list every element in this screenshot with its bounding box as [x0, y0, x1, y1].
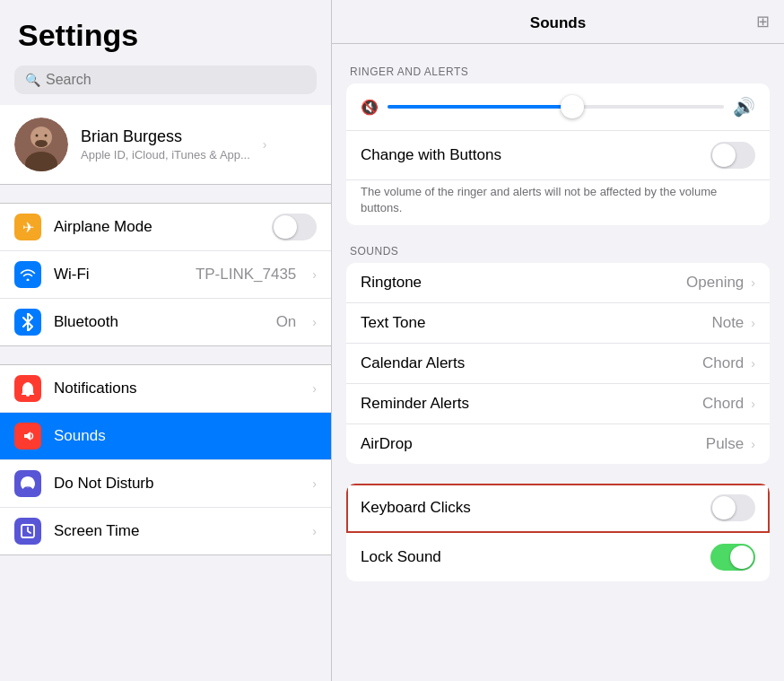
- profile-chevron: ›: [263, 137, 267, 152]
- calendar-alerts-value: Chord: [702, 354, 744, 372]
- ringer-card: 🔇 🔊 Change with Buttons The volume of th…: [346, 83, 770, 225]
- ringtone-chevron: ›: [751, 275, 755, 290]
- sidebar-item-screen-time[interactable]: Screen Time ›: [0, 508, 331, 554]
- ringtone-label: Ringtone: [361, 274, 679, 292]
- notifications-icon: [14, 375, 41, 402]
- airplane-toggle[interactable]: [272, 214, 317, 240]
- screen-time-chevron: ›: [312, 524, 317, 538]
- lock-sound-label: Lock Sound: [361, 548, 703, 566]
- do-not-disturb-icon: [14, 470, 41, 497]
- wifi-value: TP-LINK_7435: [196, 266, 296, 284]
- keyboard-clicks-row: Keyboard Clicks: [346, 484, 770, 533]
- sounds-icon: [14, 423, 41, 450]
- right-panel: Sounds ⊞ RINGER AND ALERTS 🔇 🔊 Change wi…: [332, 0, 784, 681]
- profile-name: Brian Burgess: [81, 127, 250, 146]
- airdrop-value: Pulse: [706, 435, 745, 453]
- sidebar-item-notifications[interactable]: Notifications ›: [0, 365, 331, 413]
- reminder-alerts-value: Chord: [702, 395, 744, 413]
- text-tone-value: Note: [711, 314, 744, 332]
- keyboard-clicks-label: Keyboard Clicks: [361, 499, 703, 517]
- sidebar-item-airplane-mode[interactable]: ✈ Airplane Mode: [0, 204, 331, 251]
- right-header: Sounds ⊞: [332, 0, 784, 44]
- dnd-chevron: ›: [312, 476, 317, 491]
- sidebar-item-label: Screen Time: [54, 522, 300, 540]
- bluetooth-icon: [14, 309, 41, 336]
- profile-subtitle: Apple ID, iCloud, iTunes & App...: [81, 148, 250, 162]
- change-with-buttons-row: Change with Buttons: [346, 131, 770, 180]
- change-with-buttons-label: Change with Buttons: [361, 146, 703, 164]
- page-title: Settings: [0, 0, 331, 62]
- section-header-sounds: SOUNDS: [346, 245, 770, 258]
- sidebar-item-label: Do Not Disturb: [54, 475, 300, 493]
- sidebar-item-wifi[interactable]: Wi-Fi TP-LINK_7435 ›: [0, 251, 331, 299]
- change-with-buttons-toggle[interactable]: [710, 142, 755, 169]
- airdrop-label: AirDrop: [361, 435, 699, 453]
- airplane-icon: ✈: [14, 214, 41, 240]
- bluetooth-value: On: [276, 313, 297, 331]
- volume-slider[interactable]: [388, 105, 724, 109]
- slider-thumb[interactable]: [561, 95, 584, 118]
- volume-low-icon: 🔇: [361, 99, 379, 116]
- slider-fill: [388, 105, 572, 109]
- calendar-alerts-chevron: ›: [751, 356, 755, 371]
- reminder-alerts-label: Reminder Alerts: [361, 395, 695, 413]
- airdrop-chevron: ›: [751, 437, 755, 451]
- bluetooth-chevron: ›: [312, 315, 317, 329]
- grid-icon[interactable]: ⊞: [756, 12, 770, 31]
- right-title: Sounds: [530, 14, 586, 31]
- ringtone-row[interactable]: Ringtone Opening ›: [346, 263, 770, 303]
- sidebar-item-label: Notifications: [54, 380, 300, 397]
- svg-point-4: [45, 135, 48, 137]
- right-content: RINGER AND ALERTS 🔇 🔊 Change with Button…: [332, 44, 784, 681]
- sidebar-item-label: Bluetooth: [54, 313, 264, 331]
- sidebar-item-do-not-disturb[interactable]: Do Not Disturb ›: [0, 460, 331, 508]
- sidebar-item-bluetooth[interactable]: Bluetooth On ›: [0, 299, 331, 345]
- screen-time-icon: [14, 518, 41, 545]
- lock-sound-row: Lock Sound: [346, 533, 770, 581]
- settings-list: ✈ Airplane Mode Wi-Fi TP-LINK_7435 ›: [0, 203, 331, 346]
- profile-info: Brian Burgess Apple ID, iCloud, iTunes &…: [81, 127, 250, 162]
- text-tone-label: Text Tone: [361, 314, 704, 332]
- text-tone-chevron: ›: [751, 316, 755, 330]
- volume-slider-row: 🔇 🔊: [346, 83, 770, 130]
- ringer-note: The volume of the ringer and alerts will…: [346, 180, 770, 225]
- sounds-card: Ringtone Opening › Text Tone Note › Cale…: [346, 263, 770, 464]
- svg-point-5: [35, 140, 48, 147]
- wifi-chevron: ›: [312, 267, 317, 282]
- sidebar-item-label: Wi-Fi: [54, 266, 183, 284]
- section-header-ringer: RINGER AND ALERTS: [346, 65, 770, 78]
- search-icon: 🔍: [25, 73, 40, 87]
- reminder-alerts-chevron: ›: [751, 397, 755, 411]
- calendar-alerts-label: Calendar Alerts: [361, 354, 695, 372]
- notifications-chevron: ›: [312, 381, 317, 396]
- reminder-alerts-row[interactable]: Reminder Alerts Chord ›: [346, 384, 770, 424]
- profile-row[interactable]: Brian Burgess Apple ID, iCloud, iTunes &…: [0, 105, 331, 185]
- svg-point-3: [36, 135, 39, 137]
- sidebar-item-label: Sounds: [54, 427, 317, 445]
- settings-list-2: Notifications › Sounds Do Not Dis: [0, 364, 331, 555]
- search-input[interactable]: [46, 72, 306, 88]
- extra-sounds-card: Keyboard Clicks Lock Sound: [346, 484, 770, 581]
- sidebar-item-label: Airplane Mode: [54, 218, 259, 236]
- wifi-icon: [14, 261, 41, 288]
- search-bar[interactable]: 🔍: [14, 65, 317, 94]
- left-panel: Settings 🔍 Brian Burgess Apple ID, i: [0, 0, 332, 681]
- keyboard-clicks-toggle[interactable]: [710, 494, 755, 521]
- airdrop-row[interactable]: AirDrop Pulse ›: [346, 424, 770, 464]
- lock-sound-toggle[interactable]: [710, 544, 755, 571]
- ringtone-value: Opening: [686, 274, 744, 292]
- sidebar-item-sounds[interactable]: Sounds: [0, 413, 331, 460]
- text-tone-row[interactable]: Text Tone Note ›: [346, 303, 770, 344]
- calendar-alerts-row[interactable]: Calendar Alerts Chord ›: [346, 344, 770, 384]
- avatar: [14, 118, 68, 171]
- volume-high-icon: 🔊: [733, 96, 755, 118]
